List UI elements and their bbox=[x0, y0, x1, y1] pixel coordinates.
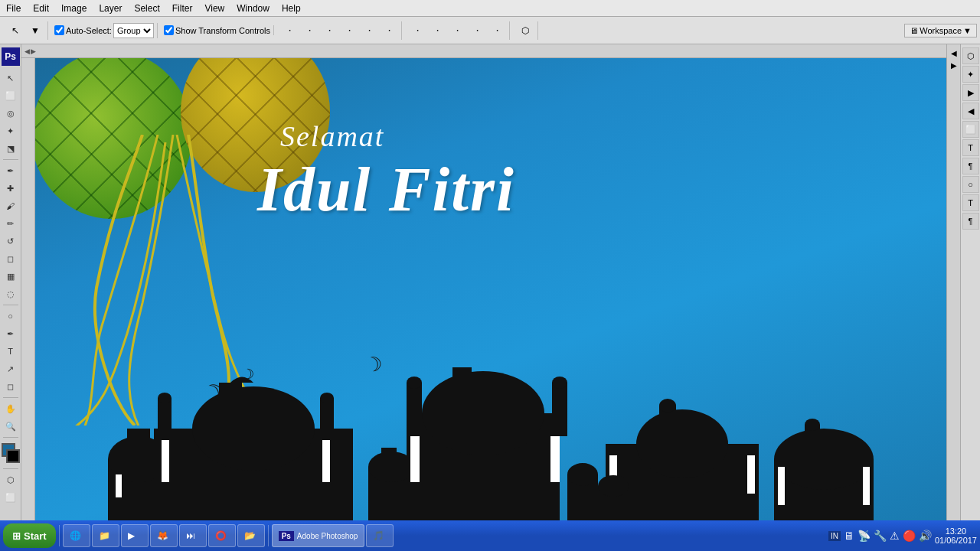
tray-volume[interactable]: 🔊 bbox=[919, 530, 932, 542]
panel-tool-3[interactable]: ▶ bbox=[962, 84, 979, 101]
panel-tool-8[interactable]: ○ bbox=[962, 176, 979, 193]
taskbar-chrome[interactable]: ⭕ bbox=[208, 524, 236, 547]
move-tool-btn[interactable]: ↖ bbox=[6, 21, 24, 40]
tool-clone[interactable]: ✏ bbox=[2, 215, 19, 232]
menu-view[interactable]: View bbox=[198, 2, 230, 15]
tool-pen[interactable]: ✒ bbox=[2, 325, 19, 342]
main-area: Ps ↖ ⬜ ◎ ✦ ⬔ ✒ ✚ 🖌 ✏ ↺ ◻ ▦ ◌ ○ ✒ T ↗ ◻ ✋… bbox=[0, 44, 980, 520]
taskbar-explorer[interactable]: 📁 bbox=[92, 524, 119, 547]
tool-magic-wand[interactable]: ✦ bbox=[2, 122, 19, 139]
align-bottom-btn[interactable]: ⬝ bbox=[380, 21, 398, 40]
scroll-left-arrow[interactable]: ◀ bbox=[24, 47, 30, 55]
tool-screen-mode[interactable]: ⬜ bbox=[2, 489, 19, 506]
taskbar-photoshop[interactable]: Ps Adobe Photoshop bbox=[272, 524, 365, 547]
align-center-btn[interactable]: ⬝ bbox=[300, 21, 318, 40]
transform-checkbox-label[interactable]: Show Transform Controls bbox=[164, 25, 270, 35]
svg-rect-26 bbox=[552, 383, 567, 436]
dist-b-btn[interactable]: ⬝ bbox=[488, 21, 506, 40]
svg-rect-10 bbox=[158, 398, 172, 440]
taskbar-vlc[interactable]: 🎵 bbox=[366, 524, 394, 547]
tool-healing[interactable]: ✚ bbox=[2, 180, 19, 197]
tool-eyedropper[interactable]: ✒ bbox=[2, 162, 19, 179]
menu-select[interactable]: Select bbox=[128, 2, 165, 15]
taskbar-skip[interactable]: ⏭ bbox=[179, 524, 207, 547]
tool-move[interactable]: ↖ bbox=[2, 70, 19, 86]
svg-rect-3 bbox=[116, 474, 122, 497]
menu-edit[interactable]: Edit bbox=[27, 2, 55, 15]
align-middle-btn[interactable]: ⬝ bbox=[360, 21, 378, 40]
background-color[interactable] bbox=[6, 449, 20, 463]
svg-point-29 bbox=[567, 463, 598, 486]
selamat-text: Selamat bbox=[280, 119, 384, 153]
system-clock[interactable]: 13:20 01/06/2017 bbox=[935, 527, 977, 545]
tool-hand[interactable]: ✋ bbox=[2, 400, 19, 417]
autoselect-checkbox[interactable] bbox=[54, 25, 64, 35]
workspace-icon: 🖥 bbox=[910, 26, 918, 35]
tool-crop[interactable]: ⬔ bbox=[2, 140, 19, 157]
dist-v-btn[interactable]: ⬝ bbox=[428, 21, 446, 40]
tool-gradient[interactable]: ▦ bbox=[2, 268, 19, 285]
panel-tool-9[interactable]: T bbox=[962, 194, 979, 211]
tool-lasso[interactable]: ◎ bbox=[2, 105, 19, 122]
tool-eraser[interactable]: ◻ bbox=[2, 250, 19, 267]
tool-quick-mask[interactable]: ⬡ bbox=[2, 471, 19, 488]
tray-icon-3[interactable]: 🔧 bbox=[874, 530, 887, 542]
transform-checkbox[interactable] bbox=[164, 25, 174, 35]
taskbar-media[interactable]: ▶ bbox=[121, 524, 149, 547]
tool-brush[interactable]: 🖌 bbox=[2, 197, 19, 214]
autoselect-dropdown[interactable]: Group Layer bbox=[113, 23, 154, 38]
mosque-silhouette: ☽ ☽ bbox=[35, 367, 946, 520]
clock-date: 01/06/2017 bbox=[935, 536, 977, 545]
tool-history[interactable]: ↺ bbox=[2, 233, 19, 249]
tool-blur[interactable]: ◌ bbox=[2, 285, 19, 302]
svg-rect-20 bbox=[452, 367, 472, 421]
menu-filter[interactable]: Filter bbox=[166, 2, 199, 15]
menu-window[interactable]: Window bbox=[230, 2, 276, 15]
dist-m-btn[interactable]: ⬝ bbox=[468, 21, 486, 40]
tool-path-select[interactable]: ↗ bbox=[2, 360, 19, 377]
menu-file[interactable]: File bbox=[0, 2, 27, 15]
tray-icon-2[interactable]: 📡 bbox=[858, 530, 871, 542]
dist-h-btn[interactable]: ⬝ bbox=[408, 21, 426, 40]
menu-layer[interactable]: Layer bbox=[93, 2, 128, 15]
far-right-panel: ⬡ ✦ ▶ ◀ ⬜ T ¶ ○ T ¶ bbox=[960, 44, 980, 520]
align-right-btn[interactable]: ⬝ bbox=[320, 21, 338, 40]
panel-tool-5[interactable]: ⬜ bbox=[962, 121, 979, 138]
right-collapse-top[interactable]: ◀ bbox=[949, 47, 959, 58]
svg-point-33 bbox=[659, 399, 676, 412]
tool-marquee[interactable]: ⬜ bbox=[2, 87, 19, 104]
panel-tool-6[interactable]: T bbox=[962, 139, 979, 156]
scroll-right-arrow[interactable]: ▶ bbox=[31, 47, 36, 55]
panel-tool-1[interactable]: ⬡ bbox=[962, 47, 979, 64]
tool-type[interactable]: T bbox=[2, 343, 19, 360]
taskbar-folder[interactable]: 📂 bbox=[237, 524, 265, 547]
auto-align-btn[interactable]: ⬡ bbox=[516, 21, 534, 40]
tool-zoom[interactable]: 🔍 bbox=[2, 418, 19, 435]
workspace-button[interactable]: 🖥 Workspace ▼ bbox=[904, 24, 977, 37]
arrow-tool-btn[interactable]: ▼ bbox=[26, 21, 44, 40]
tool-dodge[interactable]: ○ bbox=[2, 308, 19, 324]
panel-tool-7[interactable]: ¶ bbox=[962, 158, 979, 174]
menu-help[interactable]: Help bbox=[276, 2, 307, 15]
svg-rect-41 bbox=[863, 467, 870, 505]
panel-tool-10[interactable]: ¶ bbox=[962, 213, 979, 230]
panel-tool-4[interactable]: ◀ bbox=[962, 103, 979, 119]
right-collapse-bottom[interactable]: ▶ bbox=[949, 60, 959, 70]
panel-tool-2[interactable]: ✦ bbox=[962, 66, 979, 83]
tray-icon-4[interactable]: ⚠ bbox=[890, 530, 900, 542]
tray-icon-5[interactable]: 🔴 bbox=[903, 530, 916, 542]
autoselect-checkbox-label[interactable]: Auto-Select: bbox=[54, 25, 112, 35]
taskbar-ie[interactable]: 🌐 bbox=[63, 524, 90, 547]
workspace-label: Workspace bbox=[920, 26, 962, 35]
start-button[interactable]: ⊞ Start bbox=[3, 523, 56, 548]
canvas-content[interactable]: Selamat Idul Fitri ☽ ☽ bbox=[35, 58, 946, 520]
tool-shape[interactable]: ◻ bbox=[2, 378, 19, 395]
svg-point-6 bbox=[192, 386, 315, 471]
align-left-btn[interactable]: ⬝ bbox=[280, 21, 299, 40]
taskbar-firefox[interactable]: 🦊 bbox=[150, 524, 178, 547]
menu-image[interactable]: Image bbox=[55, 2, 93, 15]
align-top-btn[interactable]: ⬝ bbox=[340, 21, 358, 40]
tray-icon-1[interactable]: 🖥 bbox=[844, 530, 854, 542]
scroll-arrows: ◀ ▶ bbox=[24, 47, 36, 55]
dist-c-btn[interactable]: ⬝ bbox=[448, 21, 466, 40]
